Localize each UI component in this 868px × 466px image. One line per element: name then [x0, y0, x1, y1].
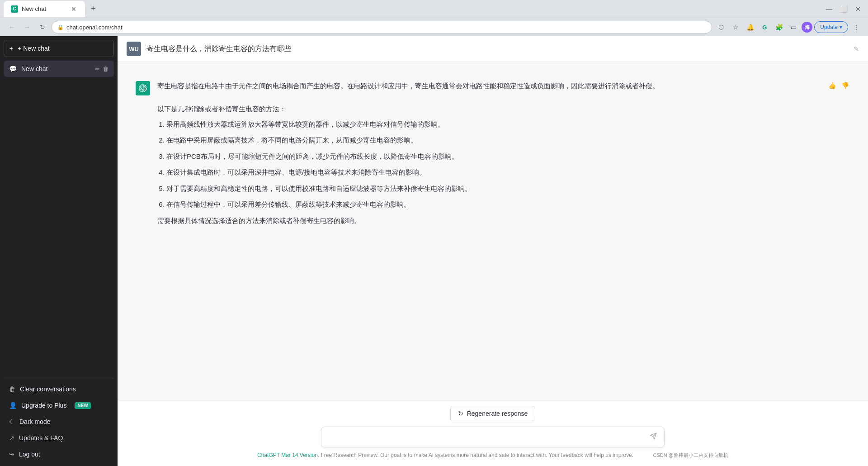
method-4: 在设计集成电路时，可以采用深井电容、电源/接地电容等技术来消除寄生电容的影响。	[166, 166, 820, 178]
methods-intro-text: 以下是几种消除或者补偿寄生电容的方法：	[157, 103, 820, 115]
window-minimize-button[interactable]: —	[823, 3, 835, 15]
menu-dots-icon[interactable]: ⋮	[850, 21, 863, 33]
plus-icon: +	[9, 45, 13, 52]
regenerate-button[interactable]: ↻ Regenerate response	[450, 406, 536, 421]
forward-button[interactable]: →	[21, 21, 33, 33]
chatgpt-version-link[interactable]: ChatGPT Mar 14 Version	[257, 452, 318, 458]
url-text: chat.openai.com/chat	[66, 24, 123, 31]
new-tab-button[interactable]: +	[87, 3, 99, 15]
upgrade-label: Upgrade to Plus	[21, 402, 66, 409]
openai-avatar	[136, 81, 150, 95]
sidebar: + + New chat 💬 New chat ✏ 🗑 🗑 Clear conv…	[0, 36, 118, 466]
bookmark-icon[interactable]: ☆	[729, 21, 742, 33]
window-close-button[interactable]: ✕	[852, 3, 864, 15]
chat-footer: ↻ Regenerate response ChatGPT Mar 14 Ver…	[118, 400, 868, 466]
clear-conversations-item[interactable]: 🗑 Clear conversations	[4, 381, 114, 397]
logout-icon: ↪	[9, 451, 14, 458]
regenerate-icon: ↻	[458, 410, 463, 417]
assistant-message-row: 寄生电容是指在电路中由于元件之间的电场耦合而产生的电容。在电路设计和应用中，寄生…	[118, 71, 868, 235]
window-maximize-button[interactable]: ⬜	[837, 3, 850, 15]
new-chat-label: + New chat	[18, 45, 49, 52]
chat-title-text: 寄生电容是什么，消除寄生电容的方法有哪些	[146, 44, 291, 54]
footer-note: ChatGPT Mar 14 Version. Free Research Pr…	[127, 452, 859, 459]
main-chat-area: WU 寄生电容是什么，消除寄生电容的方法有哪些 ✎ 寄生电容是指在电路中由于元件…	[118, 36, 868, 466]
chat-input-area	[321, 427, 665, 447]
sidebar-divider	[4, 378, 114, 378]
method-5: 对于需要高精度和高稳定性的电路，可以使用校准电路和自适应滤波器等方法来补偿寄生电…	[166, 183, 820, 195]
methods-list: 采用高频线性放大器或运算放大器等带宽比较宽的器件，以减少寄生电容对信号传输的影响…	[157, 119, 820, 210]
method-6: 在信号传输过程中，可以采用差分传输线、屏蔽线等技术来减少寄生电容的影响。	[166, 199, 820, 210]
notifications-icon[interactable]: 🔔	[744, 21, 756, 33]
delete-chat-icon[interactable]: 🗑	[103, 66, 108, 72]
address-bar[interactable]: 🔒 chat.openai.com/chat	[52, 21, 712, 33]
regenerate-label: Regenerate response	[467, 410, 528, 417]
profile-avatar[interactable]: 海	[802, 22, 812, 33]
updates-label: Updates & FAQ	[19, 434, 63, 442]
message-actions: 👍 👎	[827, 81, 850, 90]
header-edit-icon[interactable]: ✎	[854, 45, 859, 52]
dark-mode-label: Dark mode	[19, 418, 50, 425]
assistant-message-content: 寄生电容是指在电路中由于元件之间的电场耦合而产生的电容。在电路设计和应用中，寄生…	[157, 80, 820, 226]
tab-favicon: C	[11, 5, 18, 13]
user-icon: 👤	[9, 402, 17, 409]
edit-chat-icon[interactable]: ✏	[95, 66, 100, 72]
reload-button[interactable]: ↻	[36, 21, 49, 33]
chat-bubble-icon: 💬	[9, 65, 17, 72]
user-avatar: WU	[127, 42, 141, 56]
thumbs-up-button[interactable]: 👍	[827, 81, 837, 90]
dark-mode-item[interactable]: ☾ Dark mode	[4, 414, 114, 430]
messages-area: 寄生电容是指在电路中由于元件之间的电场耦合而产生的电容。在电路设计和应用中，寄生…	[118, 62, 868, 400]
logout-label: Log out	[19, 451, 40, 458]
new-chat-button[interactable]: + + New chat	[4, 40, 114, 57]
grammarly-icon[interactable]: G	[758, 21, 771, 33]
chat-input[interactable]	[328, 433, 649, 441]
method-2: 在电路中采用屏蔽或隔离技术，将不同的电路分隔开来，从而减少寄生电容的影响。	[166, 134, 820, 146]
clear-label: Clear conversations	[20, 385, 76, 393]
chat-item-label: New chat	[21, 65, 95, 72]
lock-icon: 🔒	[57, 24, 64, 30]
tab-close-button[interactable]: ✕	[70, 5, 78, 13]
upgrade-plus-item[interactable]: 👤 Upgrade to Plus NEW	[4, 397, 114, 414]
active-tab[interactable]: C New chat ✕	[4, 1, 85, 17]
thumbs-down-button[interactable]: 👎	[840, 81, 850, 90]
csdn-watermark: CSDN @鲁棒最小二乘支持向量机	[653, 452, 728, 458]
moon-icon: ☾	[9, 418, 15, 425]
method-1: 采用高频线性放大器或运算放大器等带宽比较宽的器件，以减少寄生电容对信号传输的影响…	[166, 119, 820, 130]
updates-faq-item[interactable]: ↗ Updates & FAQ	[4, 430, 114, 446]
sidebar-chat-item[interactable]: 💬 New chat ✏ 🗑	[4, 61, 114, 77]
update-button[interactable]: Update ▾	[814, 21, 848, 33]
external-link-icon: ↗	[9, 434, 14, 442]
method-3: 在设计PCB布局时，尽可能缩短元件之间的距离，减少元件的布线长度，以降低寄生电容…	[166, 151, 820, 162]
new-badge: NEW	[75, 402, 90, 409]
regenerate-area: ↻ Regenerate response	[127, 406, 859, 421]
extensions-icon[interactable]: 🧩	[773, 21, 785, 33]
footer-text: . Free Research Preview. Our goal is to …	[318, 452, 633, 458]
back-button[interactable]: ←	[5, 21, 18, 33]
chat-title-area: WU 寄生电容是什么，消除寄生电容的方法有哪些	[127, 42, 291, 56]
logout-item[interactable]: ↪ Log out	[4, 446, 114, 462]
trash-icon: 🗑	[9, 385, 15, 393]
conclusion-text: 需要根据具体情况选择适合的方法来消除或者补偿寄生电容的影响。	[157, 215, 820, 227]
chat-header: WU 寄生电容是什么，消除寄生电容的方法有哪些 ✎	[118, 36, 868, 62]
send-button[interactable]	[649, 432, 658, 442]
tab-title: New chat	[22, 5, 46, 12]
cast-icon[interactable]: ⬡	[715, 21, 727, 33]
sidebar-icon[interactable]: ▭	[787, 21, 800, 33]
intro-text: 寄生电容是指在电路中由于元件之间的电场耦合而产生的电容。在电路设计和应用中，寄生…	[157, 80, 820, 92]
